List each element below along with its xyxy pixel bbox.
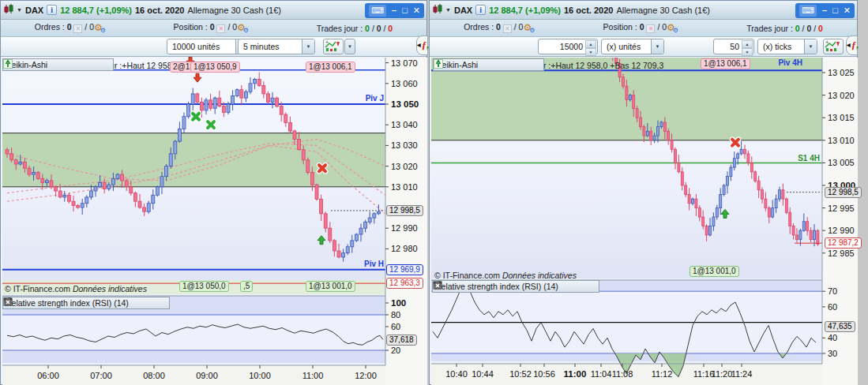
position-badge[interactable]: 1@13 006,1 bbox=[701, 58, 750, 69]
panel-icon[interactable] bbox=[493, 60, 503, 69]
panel-icon[interactable] bbox=[62, 60, 73, 69]
order-badge[interactable]: 1@13 050,9 bbox=[190, 62, 240, 73]
close-button[interactable]: ✕ bbox=[413, 4, 420, 17]
chevron-down-icon[interactable]: ▼ bbox=[651, 39, 663, 54]
position-settings-small-icon: ⚙ bbox=[243, 27, 249, 34]
last-price-badge: 12 963,3 bbox=[386, 278, 423, 289]
status-row: Ordres : 0 ✕ / 0⚙⚙ Position : 0 ✕ / 0⚙⚙ … bbox=[1, 20, 426, 37]
close-button[interactable]: ✕ bbox=[844, 4, 851, 17]
cancel-orders-icon[interactable]: ✕ bbox=[73, 24, 82, 33]
chart-style-button[interactable]: + bbox=[823, 39, 844, 54]
buy-arrow-icon[interactable] bbox=[100, 60, 111, 69]
chevron-down-icon[interactable]: ▼ bbox=[804, 39, 817, 54]
ticks-input[interactable]: 50 ▲▼ bbox=[713, 39, 754, 54]
chart-window-right: ▼ DAX i 12 884,7 (+1,09%) 16 oct. 2020 A… bbox=[429, 0, 858, 385]
chart-area[interactable]: 13 02513 02013 01513 01013 00513 00012 9… bbox=[430, 57, 857, 385]
ticks-stepper[interactable]: ▲▼ bbox=[742, 40, 753, 53]
timeframe-value: 5 minutes bbox=[243, 42, 280, 51]
ticks-unit-select[interactable]: (x) ticks ▼ bbox=[757, 39, 817, 54]
quantity-input[interactable]: 15000 ▲▼ bbox=[538, 39, 598, 54]
position-badge[interactable]: 1@13 006,1 bbox=[306, 62, 355, 73]
time-tick-label: 11:00 bbox=[564, 369, 587, 379]
step-up-icon: ▲ bbox=[742, 40, 753, 48]
close-position-icon[interactable]: ✕ bbox=[216, 24, 225, 33]
panel-icon[interactable] bbox=[144, 298, 154, 308]
trades-status: Trades jour : 0 / 0 / 0 bbox=[317, 24, 393, 33]
chart-toolbar: 15000 ▲▼ (x) unités ▼ 50 ▲▼ (x) ticks ▼ … bbox=[430, 37, 857, 57]
quantity-unit-value: (x) unités bbox=[607, 42, 641, 51]
rsi-tick-label: 40 bbox=[828, 333, 837, 342]
price-tick-label: 13 010 bbox=[828, 136, 855, 145]
keyboard-icon[interactable]: ⌨ bbox=[369, 5, 386, 17]
window-controls: ⌨ – □ ✕ bbox=[365, 3, 424, 18]
minimize-button[interactable]: – bbox=[822, 4, 827, 17]
chevron-down-icon[interactable]: ▼ bbox=[302, 39, 314, 54]
timeframe-select[interactable]: 5 minutes ▼ bbox=[238, 39, 315, 54]
stop-order-badge[interactable]: 1@13 001,0 bbox=[306, 281, 355, 292]
price-tick-label: 13 040 bbox=[391, 120, 418, 129]
pivot-zone-band bbox=[2, 133, 385, 187]
quantity-unit-select[interactable]: (x) unités ▼ bbox=[601, 39, 664, 54]
price-tick-label: 13 005 bbox=[828, 158, 855, 167]
pivot-label-piv-4h: Piv 4H bbox=[761, 58, 802, 67]
prorealtime-side-tab[interactable]: ◀ƒ, bbox=[416, 36, 428, 55]
chart-style-button[interactable]: + bbox=[323, 39, 344, 54]
position-status: Position : 0 ✕ / 0⚙⚙ bbox=[603, 22, 678, 34]
time-tick-label: 11:04 bbox=[591, 369, 612, 379]
price-tick-label: 13 070 bbox=[391, 58, 418, 68]
closed-order-marker-icon bbox=[732, 140, 738, 146]
wrench-icon[interactable] bbox=[480, 60, 490, 69]
chart-style-dropdown-icon[interactable]: ▼ bbox=[344, 39, 355, 54]
close-icon[interactable] bbox=[505, 60, 516, 69]
stop-order-badge[interactable]: 1@13 001,0 bbox=[690, 266, 739, 277]
maximize-button[interactable]: □ bbox=[832, 4, 838, 17]
trades-status: Trades jour : 0 / 0 / 0 bbox=[746, 24, 823, 33]
info-icon[interactable]: i bbox=[475, 5, 486, 15]
ticks-value: 50 bbox=[730, 42, 739, 51]
pivot-label-piv-j: Piv J bbox=[340, 94, 384, 103]
stop-order-badge[interactable]: 1@13 050,0 bbox=[179, 281, 229, 292]
indicator-chip-heikin-ashi: Heikin-Ashi bbox=[2, 58, 114, 71]
keyboard-icon[interactable]: ⌨ bbox=[799, 5, 817, 17]
chevron-down-icon[interactable]: ▼ bbox=[17, 7, 22, 13]
close-icon[interactable] bbox=[75, 60, 85, 69]
minimize-button[interactable]: – bbox=[392, 4, 396, 17]
maximize-button[interactable]: □ bbox=[402, 4, 408, 17]
instrument-name: Allemagne 30 Cash (1€) bbox=[187, 6, 281, 15]
time-tick-label: 11:00 bbox=[302, 371, 324, 380]
sell-arrow-icon[interactable] bbox=[518, 60, 528, 69]
panel-icon[interactable] bbox=[573, 282, 584, 291]
position-settings-small-icon: ⚙ bbox=[673, 27, 678, 34]
quantity-select[interactable]: 10000 unités ▼ bbox=[167, 39, 249, 54]
time-tick-label: 11:12 bbox=[652, 369, 673, 379]
info-icon[interactable]: i bbox=[47, 5, 57, 15]
close-icon[interactable] bbox=[156, 298, 167, 308]
prorealtime-side-tab[interactable]: ◀ƒ, bbox=[846, 36, 858, 55]
titlebar[interactable]: ▼ DAX i 12 884,7 (+1,09%) 16 oct. 2020 A… bbox=[430, 1, 857, 20]
quantity-value: 10000 unités bbox=[172, 42, 220, 51]
time-axis-bg bbox=[2, 365, 385, 385]
indicator-chip-rsi: Relative strength index (RSI) (14) bbox=[432, 280, 599, 293]
stop-order-badge-fragment[interactable]: ,5 bbox=[240, 281, 253, 292]
attribution: © IT-Finance.com Données indicatives bbox=[434, 271, 577, 280]
rsi-tick-label: 30 bbox=[828, 349, 837, 358]
close-position-icon[interactable]: ✕ bbox=[646, 24, 655, 33]
rsi-tick-label: 70 bbox=[828, 286, 837, 296]
rsi-label: Relative strength index (RSI) (14) bbox=[435, 282, 558, 291]
sell-arrow-icon[interactable] bbox=[88, 60, 98, 69]
buy-arrow-icon[interactable] bbox=[531, 60, 541, 69]
wrench-icon[interactable] bbox=[50, 60, 60, 69]
titlebar[interactable]: ▼ DAX i 12 884,7 (+1,09%) 16 oct. 2020 A… bbox=[1, 1, 426, 20]
wrench-icon[interactable] bbox=[131, 298, 141, 308]
quantity-stepper[interactable]: ▲▼ bbox=[585, 40, 596, 53]
cancel-orders-icon[interactable]: ✕ bbox=[503, 24, 512, 33]
chart-area[interactable]: 13 07013 06013 05013 04013 03013 02013 0… bbox=[1, 57, 426, 385]
time-tick-label: 10:52 bbox=[509, 369, 532, 379]
close-icon[interactable] bbox=[586, 282, 596, 291]
wrench-icon[interactable] bbox=[561, 282, 571, 291]
price-tick-label: 13 020 bbox=[391, 162, 418, 171]
support-label-s1-4h: S1 4H bbox=[791, 154, 820, 163]
chart-toolbar: 10000 unités ▼ 5 minutes ▼ + ▼ ◀ƒ, bbox=[1, 37, 426, 57]
chevron-down-icon[interactable]: ▼ bbox=[445, 7, 451, 13]
svg-text:+: + bbox=[825, 39, 829, 45]
